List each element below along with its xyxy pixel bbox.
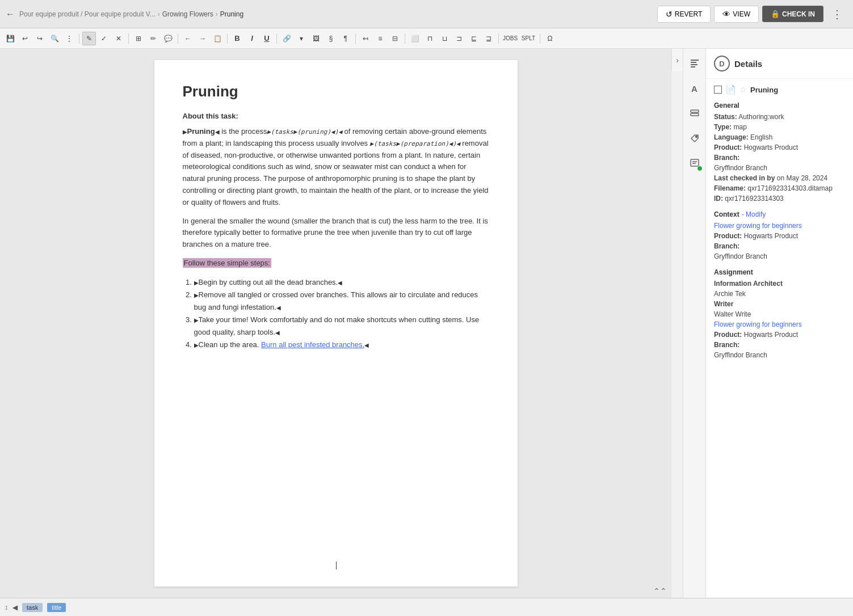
next-button[interactable]: → — [196, 32, 209, 45]
list-item-3[interactable]: ▶Take your time! Work comfortably and do… — [194, 314, 489, 339]
revert-icon: ↺ — [666, 10, 673, 19]
section-button[interactable]: § — [324, 32, 338, 45]
svg-rect-7 — [691, 159, 699, 166]
language-field: Language: English — [714, 133, 845, 141]
undo-button[interactable]: ↩ — [18, 32, 32, 45]
paragraph-2[interactable]: In general the smaller the wound (smalle… — [183, 216, 489, 251]
list-item-4[interactable]: ▶Clean up the area. Burn all pest infest… — [194, 339, 489, 351]
assignment-label: Assignment — [714, 268, 845, 276]
structure-icon-btn[interactable] — [686, 54, 704, 73]
status-tag-title[interactable]: title — [47, 603, 66, 612]
indent-button[interactable]: ↤ — [359, 32, 372, 45]
branch-value: Gryffindor Branch — [714, 164, 767, 172]
row-above-button[interactable]: ⊓ — [423, 32, 436, 45]
status-left-btn[interactable]: ◀ — [12, 604, 18, 611]
edit-mode-button[interactable]: ✎ — [82, 32, 96, 45]
ia-name-row: Archie Tek — [714, 290, 845, 298]
view-button[interactable]: 👁 VIEW — [714, 6, 759, 23]
writer-link[interactable]: Flower growing for beginners — [714, 320, 802, 328]
table-button[interactable]: ⊞ — [132, 32, 145, 45]
editor-toolbar: 💾 ↩ ↪ 🔍 ⋮ ✎ ✓ ✕ ⊞ ✏ 💬 ← → 📋 B I U 🔗 ▾ 🖼 … — [0, 28, 853, 49]
item-title: Pruning — [750, 86, 778, 94]
review-badge — [697, 166, 703, 171]
table2-button[interactable]: ⬜ — [408, 32, 422, 45]
ordered-list-button[interactable]: ≡ — [373, 32, 387, 45]
more-options-button[interactable]: ⋮ — [62, 32, 76, 45]
context-modify-link[interactable]: - Modify — [742, 210, 766, 218]
link-button[interactable]: 🔗 — [280, 32, 293, 45]
para1-arrow: ▶ — [183, 129, 187, 135]
para-button[interactable]: ¶ — [339, 32, 352, 45]
italic-button[interactable]: I — [245, 32, 259, 45]
reject-button[interactable]: ✕ — [112, 32, 125, 45]
editor-scroll[interactable]: Pruning About this task: ▶Pruning◀ is th… — [0, 49, 671, 598]
merge-button[interactable]: ⊒ — [482, 32, 495, 45]
collapse-up-button[interactable]: ⌃⌃ — [653, 587, 667, 596]
unordered-list-button[interactable]: ⊟ — [388, 32, 402, 45]
item-checkbox[interactable] — [714, 86, 722, 94]
revert-button[interactable]: ↺ REVERT — [657, 6, 711, 23]
list-item-1[interactable]: ▶Begin by cutting out all the dead branc… — [194, 276, 489, 289]
item-star[interactable]: ☆ — [739, 85, 747, 94]
writer-product-label: Product: — [714, 331, 742, 339]
back-button[interactable]: ← — [6, 9, 15, 19]
toolbar-separator-2 — [128, 33, 129, 44]
status-label: Status: — [714, 113, 737, 121]
col-left-button[interactable]: ⊐ — [452, 32, 466, 45]
breadcrumb-map[interactable]: Growing Flowers — [162, 10, 213, 18]
row-below-button[interactable]: ⊔ — [438, 32, 451, 45]
product-field: Product: Hogwarts Product — [714, 144, 845, 151]
context-product-label: Product: — [714, 232, 742, 240]
context-branch-value-row: Gryffindor Branch — [714, 252, 845, 260]
paste-button[interactable]: 📋 — [211, 32, 224, 45]
comment-button[interactable]: 💬 — [161, 32, 175, 45]
checkin-button[interactable]: 🔒 CHECK IN — [762, 6, 823, 22]
svg-rect-0 — [691, 60, 699, 61]
highlight-para: Follow these simple steps: — [183, 258, 489, 269]
context-link-1[interactable]: Flower growing for beginners — [714, 222, 802, 230]
save-button[interactable]: 💾 — [3, 32, 17, 45]
details-title: Details — [734, 59, 762, 69]
jobs-button[interactable]: JOBS — [502, 32, 519, 45]
underline-button[interactable]: U — [260, 32, 274, 45]
split-button[interactable]: SPLT — [520, 32, 537, 45]
details-item-header: 📄 ☆ Pruning — [714, 85, 845, 95]
writer-role: Writer — [714, 300, 733, 308]
lock-icon: 🔒 — [771, 10, 780, 18]
product-value: Hogwarts Product — [744, 144, 798, 151]
side-icon-strip: A — [683, 49, 705, 598]
id-value: qxr1716923314303 — [725, 195, 783, 202]
find-button[interactable]: 🔍 — [48, 32, 61, 45]
context-link-row: Flower growing for beginners — [714, 222, 845, 230]
bold-button[interactable]: B — [230, 32, 244, 45]
col-right-button[interactable]: ⊑ — [467, 32, 481, 45]
panel-collapse-arrow[interactable]: › — [671, 49, 683, 71]
pencil-button[interactable]: ✏ — [146, 32, 160, 45]
status-tag-task[interactable]: task — [22, 603, 43, 612]
accept-button[interactable]: ✓ — [97, 32, 111, 45]
review-icon-btn[interactable] — [686, 154, 704, 172]
header-actions: ↺ REVERT 👁 VIEW 🔒 CHECK IN ⋮ — [657, 4, 847, 24]
language-label: Language: — [714, 133, 749, 141]
redo-button[interactable]: ↪ — [33, 32, 47, 45]
assignment-section: Assignment Information Architect Archie … — [714, 268, 845, 359]
more-menu-button[interactable]: ⋮ — [827, 4, 847, 24]
prev-button[interactable]: ← — [181, 32, 195, 45]
type-field: Type: map — [714, 123, 845, 131]
list-item-2[interactable]: ▶Remove all tangled or crossed over bran… — [194, 289, 489, 314]
link-arrow-button[interactable]: ▾ — [295, 32, 308, 45]
conditions-icon-btn[interactable] — [686, 104, 704, 123]
status-collapse-btn[interactable]: ↕ — [5, 604, 8, 611]
general-section: General Status: Authoring:work Type: map… — [714, 102, 845, 202]
tags-icon-btn[interactable] — [686, 129, 704, 147]
paragraph-1[interactable]: ▶Pruning◀ is the process▶(tasks▶(pruning… — [183, 126, 489, 209]
image-button[interactable]: 🖼 — [309, 32, 323, 45]
filename-label: Filename: — [714, 184, 746, 192]
special-char-button[interactable]: Ω — [543, 32, 557, 45]
doc-icon: 📄 — [725, 85, 736, 95]
document-title[interactable]: Pruning — [183, 83, 489, 100]
font-icon-btn[interactable]: A — [686, 79, 704, 98]
writer-product-row: Product: Hogwarts Product — [714, 331, 845, 339]
view-label: VIEW — [733, 10, 750, 18]
right-panel: › A D Details — [671, 49, 853, 598]
